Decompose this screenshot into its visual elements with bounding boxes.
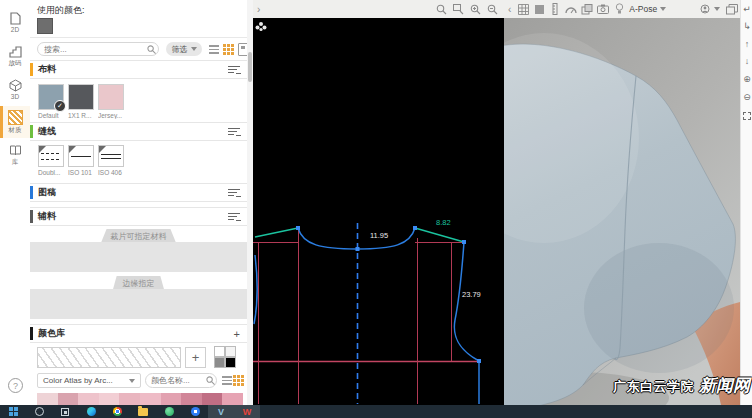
chrome-app[interactable] xyxy=(104,405,130,418)
fabric-thumb-default[interactable]: ✓ xyxy=(38,84,64,110)
start-button[interactable] xyxy=(0,405,26,418)
search-input[interactable] xyxy=(37,42,159,56)
search-icon xyxy=(147,45,156,54)
used-color-swatch[interactable] xyxy=(37,18,53,34)
gauge-icon[interactable] xyxy=(563,1,579,17)
green-app[interactable] xyxy=(156,405,182,418)
collapse-panel-icon[interactable]: › xyxy=(257,4,260,15)
add-list-icon[interactable] xyxy=(228,66,241,74)
filter-button[interactable]: 筛选 xyxy=(166,42,202,56)
dropzone-piece-material[interactable] xyxy=(30,242,247,272)
blue-app-icon xyxy=(191,407,200,416)
zoom-fit-icon[interactable] xyxy=(436,4,447,15)
palette-cell[interactable] xyxy=(214,357,225,368)
task-view-button[interactable] xyxy=(52,405,78,418)
color-swatch[interactable] xyxy=(119,393,140,405)
grid-view-button[interactable] xyxy=(222,43,235,56)
color-swatch[interactable] xyxy=(58,393,79,405)
section-header-fabric[interactable]: 布料 xyxy=(30,60,247,79)
grid-toggle-icon[interactable] xyxy=(515,1,531,17)
chevron-down-icon[interactable] xyxy=(714,7,720,11)
camera-icon[interactable] xyxy=(595,1,611,17)
fullscreen-icon[interactable] xyxy=(743,112,751,120)
scrollbar-thumb[interactable] xyxy=(248,52,252,82)
book-icon xyxy=(9,144,22,157)
v-app[interactable]: V xyxy=(208,405,234,418)
empty-color-strip[interactable] xyxy=(37,347,181,368)
pose-select[interactable]: A-Pose xyxy=(629,4,666,14)
color-swatch[interactable] xyxy=(202,393,223,405)
red-app[interactable]: W xyxy=(234,405,260,418)
fabric-thumb-jersey[interactable] xyxy=(98,84,124,110)
taskbar-search-button[interactable] xyxy=(26,405,52,418)
shading-icon[interactable] xyxy=(531,1,547,17)
cascade-windows-icon[interactable] xyxy=(724,1,740,17)
edge-app[interactable] xyxy=(78,405,104,418)
grid-view-button[interactable] xyxy=(232,374,245,387)
light-icon[interactable] xyxy=(611,1,627,17)
windows-icon xyxy=(9,407,18,416)
avatar-menu-icon[interactable] xyxy=(698,1,714,17)
add-list-icon[interactable] xyxy=(228,128,241,136)
ruler-icon[interactable] xyxy=(547,1,563,17)
stitch-thumb-double[interactable] xyxy=(38,145,64,167)
stitch-thumb-iso101[interactable] xyxy=(68,145,94,167)
list-view-button[interactable] xyxy=(207,43,220,56)
collapse-panel-icon[interactable]: ‹ xyxy=(508,4,511,15)
move-up-icon[interactable]: ↑ xyxy=(741,37,752,51)
pattern-canvas[interactable]: 11.95 8.82 23.79 xyxy=(253,18,504,405)
color-swatch[interactable] xyxy=(181,393,202,405)
blue-app[interactable] xyxy=(182,405,208,418)
sidebar-item-label: 材质 xyxy=(9,126,22,135)
color-swatch[interactable] xyxy=(140,393,161,405)
sidebar-item-2d[interactable]: 2D xyxy=(0,6,30,38)
sidebar-item-label: 库 xyxy=(12,158,19,167)
add-palette-button[interactable]: + xyxy=(234,328,240,340)
palette-cell[interactable] xyxy=(225,357,236,368)
zoom-out-icon[interactable]: ⊖ xyxy=(741,90,752,104)
layers-icon[interactable] xyxy=(579,1,595,17)
zoom-area-icon[interactable] xyxy=(453,4,464,15)
fabric-thumb-1x1[interactable] xyxy=(68,84,94,110)
color-swatch[interactable] xyxy=(78,393,99,405)
stitch-thumb-iso406[interactable] xyxy=(98,145,124,167)
sidebar-item-material[interactable]: 材质 xyxy=(0,106,30,138)
garment-render xyxy=(504,18,740,405)
mini-palette[interactable] xyxy=(214,346,236,368)
divider xyxy=(30,37,247,38)
sidebar-item-library[interactable]: 库 xyxy=(0,139,30,171)
palette-cell[interactable] xyxy=(225,346,236,357)
sidebar-item-3d[interactable]: 3D xyxy=(0,73,30,105)
help-button[interactable]: ? xyxy=(8,378,23,393)
section-header-artwork[interactable]: 图稿 xyxy=(30,183,247,202)
add-list-icon[interactable] xyxy=(228,189,241,197)
add-color-button[interactable]: + xyxy=(185,347,206,368)
color-swatch[interactable] xyxy=(99,393,120,405)
sidebar-item-grading[interactable]: 放码 xyxy=(0,40,30,72)
filter-label: 筛选 xyxy=(172,44,188,55)
color-swatch-row[interactable] xyxy=(37,393,243,405)
undo-icon[interactable]: ↵ xyxy=(741,2,752,16)
zoom-in-icon[interactable] xyxy=(470,4,481,15)
section-header-stitch[interactable]: 缝线 xyxy=(30,122,247,141)
fabric-thumb-label: Jersey... xyxy=(98,112,128,119)
file-explorer-app[interactable] xyxy=(130,405,156,418)
zoom-in-icon[interactable]: ⊕ xyxy=(741,72,752,86)
move-down-icon[interactable]: ↓ xyxy=(741,54,752,68)
dropzone-edge[interactable] xyxy=(30,289,247,319)
watermark: 广东白云学院 新闻网 xyxy=(613,374,750,397)
section-header-trim[interactable]: 辅料 xyxy=(30,207,247,226)
color-swatch[interactable] xyxy=(161,393,182,405)
color-swatch[interactable] xyxy=(222,393,243,405)
section-header-color-library[interactable]: 颜色库 + xyxy=(30,324,247,343)
search-icon xyxy=(206,376,215,385)
zoom-out-icon[interactable] xyxy=(487,4,498,15)
palette-select[interactable]: Color Atlas by Arc... xyxy=(37,373,141,388)
add-list-icon[interactable] xyxy=(228,213,241,221)
redo-icon[interactable]: ↳ xyxy=(741,19,752,33)
view-2d: › xyxy=(253,0,504,405)
color-swatch[interactable] xyxy=(37,393,58,405)
palette-cell[interactable] xyxy=(214,346,225,357)
red-app-icon: W xyxy=(243,407,252,417)
render-canvas[interactable] xyxy=(504,18,740,405)
